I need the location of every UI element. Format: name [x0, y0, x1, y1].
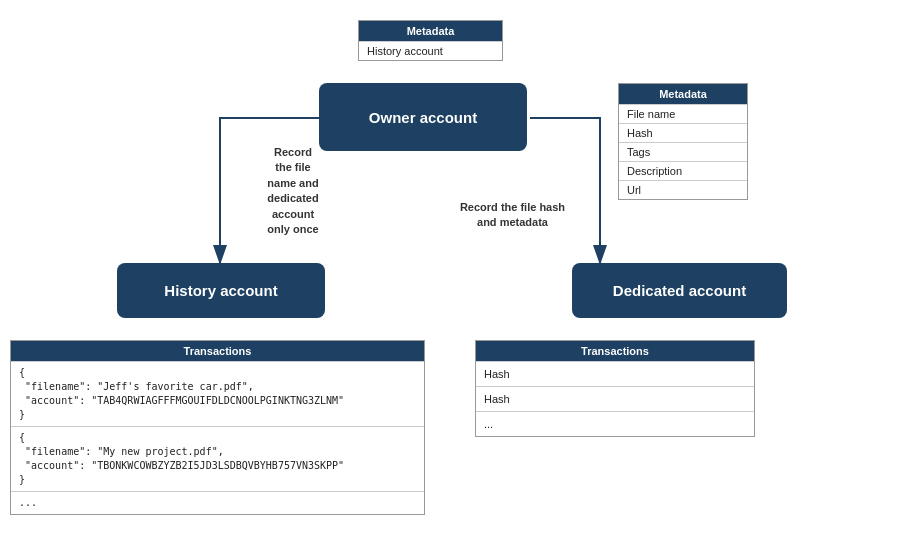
diagram-container: Metadata History account Owner account R… [0, 0, 901, 545]
history-account-box: History account [117, 263, 325, 318]
transactions-left-row-1: { "filename": "My new project.pdf", "acc… [11, 426, 424, 491]
annotation-left: Recordthe filename anddedicatedaccounton… [238, 145, 348, 237]
dedicated-account-label: Dedicated account [613, 282, 746, 299]
metadata-top-row-0: History account [359, 41, 502, 60]
metadata-right-header: Metadata [619, 84, 747, 104]
metadata-top-header: Metadata [359, 21, 502, 41]
metadata-top-table: Metadata History account [358, 20, 503, 61]
dedicated-account-box: Dedicated account [572, 263, 787, 318]
annotation-right: Record the file hashand metadata [430, 200, 595, 231]
metadata-right-row-2: Tags [619, 142, 747, 161]
metadata-right-row-3: Description [619, 161, 747, 180]
transactions-right-row-1: Hash [476, 386, 754, 411]
metadata-right-table: Metadata File name Hash Tags Description… [618, 83, 748, 200]
transactions-left-row-2: ... [11, 491, 424, 514]
transactions-right-row-2: ... [476, 411, 754, 436]
transactions-left-row-0: { "filename": "Jeff's favorite car.pdf",… [11, 361, 424, 426]
metadata-right-row-0: File name [619, 104, 747, 123]
transactions-left-table: Transactions { "filename": "Jeff's favor… [10, 340, 425, 515]
annotation-right-text: Record the file hashand metadata [460, 201, 565, 228]
transactions-right-row-0: Hash [476, 361, 754, 386]
owner-account-box: Owner account [319, 83, 527, 151]
transactions-left-header: Transactions [11, 341, 424, 361]
annotation-left-text: Recordthe filename anddedicatedaccounton… [267, 146, 318, 235]
metadata-right-row-4: Url [619, 180, 747, 199]
metadata-right-row-1: Hash [619, 123, 747, 142]
owner-account-label: Owner account [369, 109, 477, 126]
transactions-right-table: Transactions Hash Hash ... [475, 340, 755, 437]
history-account-label: History account [164, 282, 277, 299]
transactions-right-header: Transactions [476, 341, 754, 361]
